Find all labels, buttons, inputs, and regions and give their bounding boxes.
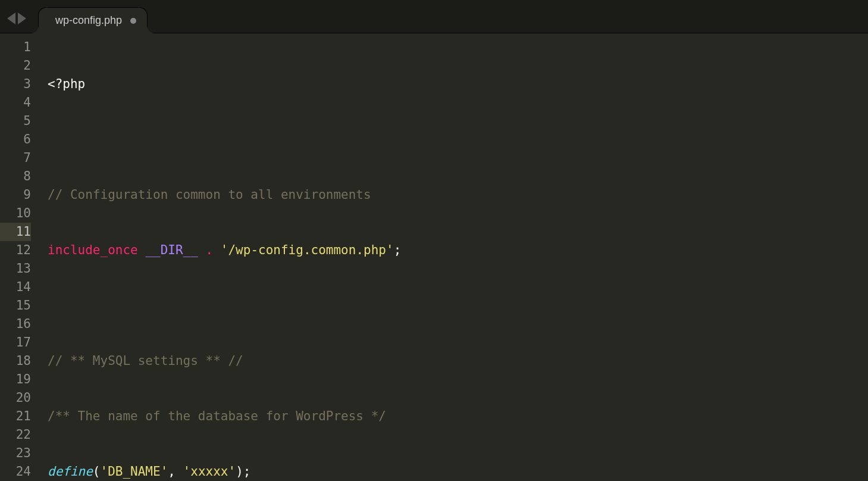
line-number: 11 — [0, 223, 31, 241]
line-number: 20 — [0, 389, 31, 407]
code-line: /** The name of the database for WordPre… — [48, 407, 868, 426]
line-number: 6 — [0, 130, 31, 149]
line-number: 15 — [0, 296, 31, 315]
line-number: 8 — [0, 167, 31, 186]
code-line: define('DB_NAME', 'xxxxx'); — [48, 463, 868, 481]
code-line: // Configuration common to all environme… — [48, 186, 868, 204]
line-number: 23 — [0, 444, 31, 463]
line-number: 9 — [0, 186, 31, 204]
line-number: 4 — [0, 93, 31, 112]
line-number-gutter: 1 2 3 4 5 6 7 8 9 10 11 12 13 14 15 16 1… — [0, 33, 39, 481]
code-area[interactable]: <?php // Configuration common to all env… — [39, 33, 868, 481]
code-line: <?php — [48, 75, 868, 93]
line-number: 1 — [0, 38, 31, 57]
line-number: 21 — [0, 407, 31, 426]
line-number: 13 — [0, 260, 31, 278]
code-editor[interactable]: 1 2 3 4 5 6 7 8 9 10 11 12 13 14 15 16 1… — [0, 33, 868, 481]
code-line — [48, 130, 868, 149]
code-line: // ** MySQL settings ** // — [48, 352, 868, 370]
line-number: 10 — [0, 204, 31, 223]
line-number: 19 — [0, 370, 31, 389]
code-line — [48, 296, 868, 315]
code-line: include_once __DIR__ . '/wp-config.commo… — [48, 241, 868, 260]
unsaved-indicator-icon — [130, 18, 136, 24]
line-number: 3 — [0, 75, 31, 93]
tab-bar: wp-config.php — [0, 0, 868, 33]
line-number: 22 — [0, 426, 31, 444]
nav-arrows — [7, 13, 26, 24]
line-number: 2 — [0, 57, 31, 75]
file-tab[interactable]: wp-config.php — [38, 7, 148, 33]
nav-forward-icon[interactable] — [18, 13, 26, 24]
line-number: 24 — [0, 463, 31, 481]
line-number: 17 — [0, 333, 31, 352]
line-number: 16 — [0, 315, 31, 333]
tab-filename: wp-config.php — [55, 14, 122, 27]
line-number: 18 — [0, 352, 31, 370]
line-number: 14 — [0, 278, 31, 296]
line-number: 5 — [0, 112, 31, 130]
line-number: 12 — [0, 241, 31, 260]
line-number: 7 — [0, 149, 31, 167]
nav-back-icon[interactable] — [7, 13, 15, 24]
editor-window: wp-config.php 1 2 3 4 5 6 7 8 9 10 11 12… — [0, 0, 868, 481]
